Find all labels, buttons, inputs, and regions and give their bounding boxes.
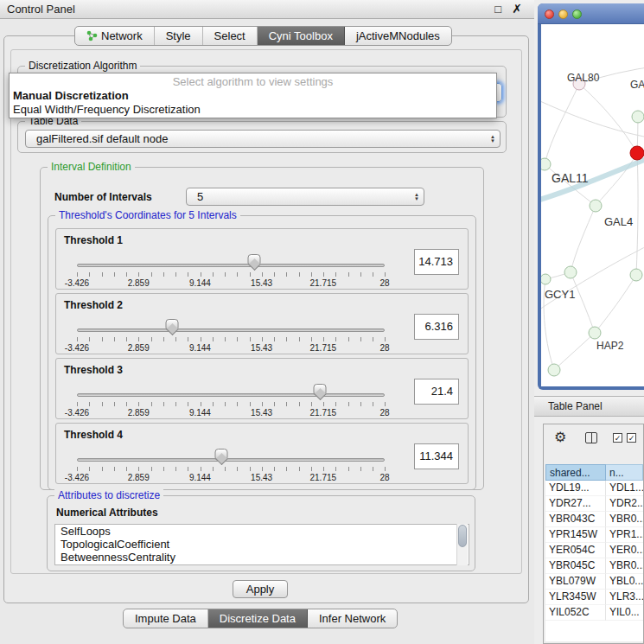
table-body: YDL19...YDL1...YDR27...YDR2...YBR043CYBR…	[545, 481, 643, 621]
interval-definition-group-label: Interval Definition	[48, 161, 135, 173]
thresholds-coordinates-group: Threshold's Coordinates for 5 Intervals …	[48, 215, 476, 490]
threshold-2-slider[interactable]: -3.4262.8599.14415.4321.71528	[77, 316, 385, 354]
column-header-name[interactable]: n...	[606, 464, 643, 481]
table-cell: YPR145W	[545, 527, 606, 543]
attribute-list-item[interactable]: SelfLoops	[55, 525, 469, 538]
select-checkbox-icon[interactable]: ✓	[613, 433, 622, 443]
threshold-1-value-field[interactable]: 14.713	[414, 249, 459, 275]
threshold-3-panel: Threshold 3 -3.4262.8599.14415.4321.7152…	[55, 358, 469, 419]
selected-node[interactable]	[630, 146, 644, 160]
slider-scale-label: -3.426	[65, 278, 89, 288]
table-row[interactable]: YER054CYER0...	[545, 543, 643, 558]
slider-scale-label: 21.715	[310, 343, 337, 353]
network-window-titlebar[interactable]	[538, 3, 644, 24]
number-of-intervals-select[interactable]: 5 ▲▼	[186, 188, 424, 206]
select-checkbox-icon[interactable]: ✓	[627, 433, 636, 443]
node[interactable]	[548, 364, 560, 376]
threshold-1-slider[interactable]: -3.4262.8599.14415.4321.71528	[77, 252, 385, 290]
threshold-3-value-field[interactable]: 21.4	[414, 379, 459, 405]
tab-impute-data[interactable]: Impute Data	[124, 609, 208, 628]
slider-scale: -3.4262.8599.14415.4321.71528	[77, 473, 385, 483]
slider-thumb[interactable]	[314, 384, 327, 396]
table-cell: YER054C	[545, 543, 606, 558]
tab-discretize-data[interactable]: Discretize Data	[208, 609, 308, 628]
node[interactable]	[589, 327, 601, 339]
node[interactable]	[590, 200, 602, 212]
table-row[interactable]: YDL19...YDL1...	[545, 481, 643, 496]
threshold-4-value-field[interactable]: 11.344	[414, 443, 459, 469]
attribute-list-item[interactable]: BetweennessCentrality	[55, 551, 469, 564]
scrollbar-thumb[interactable]	[458, 525, 467, 547]
number-of-intervals-value: 5	[197, 190, 203, 203]
tab-select[interactable]: Select	[203, 27, 258, 45]
node[interactable]	[541, 274, 551, 284]
node[interactable]	[564, 266, 577, 278]
table-row[interactable]: YPR145WYPR1...	[545, 527, 643, 543]
threshold-3-slider[interactable]: -3.4262.8599.14415.4321.71528	[77, 381, 385, 419]
slider-track[interactable]	[77, 458, 385, 462]
zoom-traffic-light-icon[interactable]	[572, 10, 582, 19]
column-header-shared-name[interactable]: shared...	[545, 464, 606, 481]
threshold-label: Threshold 1	[64, 234, 123, 246]
node[interactable]	[541, 158, 551, 170]
tab-cyni-toolbox[interactable]: Cyni Toolbox	[258, 27, 345, 45]
threshold-4-slider[interactable]: -3.4262.8599.14415.4321.71528	[77, 446, 385, 484]
table-row[interactable]: YLR345WYLR3...	[545, 590, 643, 605]
tab-style[interactable]: Style	[155, 27, 203, 45]
slider-scale-label: 21.715	[310, 278, 337, 288]
threshold-2-value-field[interactable]: 6.316	[414, 314, 459, 340]
table-cell: YLR345W	[545, 590, 606, 605]
number-of-intervals-label: Number of Intervals	[54, 191, 152, 203]
slider-scale-label: -3.426	[65, 343, 89, 353]
tab-infer-network[interactable]: Infer Network	[308, 609, 397, 628]
dropdown-option-manual-discretization[interactable]: Manual Discretization	[10, 89, 496, 103]
threshold-2-panel: Threshold 2 -3.4262.8599.14415.4321.7152…	[55, 293, 469, 354]
float-window-icon[interactable]: □	[494, 3, 501, 16]
tab-label: jActiveMNodules	[356, 29, 440, 42]
attribute-list-item[interactable]: TopologicalCoefficient	[55, 538, 469, 551]
table-row[interactable]: YIL052CYIL0...	[545, 605, 643, 621]
gear-icon[interactable]: ⚙	[554, 429, 566, 445]
table-panel-header[interactable]: Table Panel	[534, 396, 644, 417]
columns-icon[interactable]	[585, 432, 597, 443]
apply-button[interactable]: Apply	[233, 580, 288, 598]
node[interactable]	[632, 111, 644, 123]
slider-thumb[interactable]	[166, 319, 179, 331]
slider-track[interactable]	[77, 328, 385, 332]
network-view-window[interactable]: GAL80 GAL1 GAL11 GAL4 GCY1 HAP2	[538, 3, 644, 390]
tab-jactivemnodules[interactable]: jActiveMNodules	[345, 27, 451, 45]
numerical-attributes-list[interactable]: SelfLoopsTopologicalCoefficientBetweenne…	[54, 524, 469, 565]
slider-thumb[interactable]	[215, 449, 228, 461]
close-window-icon[interactable]: ✗	[512, 2, 522, 16]
minimize-traffic-light-icon[interactable]	[558, 10, 568, 19]
table-data-select[interactable]: galFiltered.sif default node ▲▼	[25, 130, 501, 148]
network-tab-icon	[86, 30, 98, 41]
table-cell: YIL052C	[545, 605, 606, 621]
slider-ticks	[77, 272, 386, 277]
table-row[interactable]: YBL079WYBL0...	[545, 574, 643, 590]
table-row[interactable]: YBR045CYBR0...	[545, 558, 643, 574]
network-canvas[interactable]: GAL80 GAL1 GAL11 GAL4 GCY1 HAP2	[541, 24, 644, 386]
attributes-list-scrollbar[interactable]	[456, 524, 468, 565]
control-panel-titlebar[interactable]: Control Panel □ ✗	[0, 0, 534, 19]
close-traffic-light-icon[interactable]	[545, 10, 554, 19]
slider-thumb[interactable]	[248, 254, 261, 266]
node-label: GAL80	[567, 72, 600, 84]
table-cell: YDL19...	[545, 481, 606, 496]
tab-label: Cyni Toolbox	[269, 29, 333, 42]
slider-scale-label: 2.859	[128, 473, 150, 482]
table-data-selected-value: galFiltered.sif default node	[36, 132, 168, 145]
slider-track[interactable]	[77, 264, 385, 267]
slider-track[interactable]	[77, 393, 385, 397]
table-row[interactable]: YDR27...YDR2...	[545, 496, 643, 512]
combo-stepper-icon: ▲▼	[414, 193, 419, 201]
node-label: GAL1	[630, 79, 644, 91]
tab-network[interactable]: Network	[75, 27, 155, 45]
slider-ticks	[77, 402, 386, 406]
table-row[interactable]: YBR043CYBR0...	[545, 512, 643, 527]
dropdown-option-equal-width-frequency[interactable]: Equal Width/Frequency Discretization	[10, 103, 496, 117]
attributes-group-label: Attributes to discretize	[54, 489, 163, 501]
node[interactable]	[630, 269, 642, 281]
table-cell: YBL0...	[606, 574, 643, 590]
node-label: GCY1	[545, 288, 575, 301]
